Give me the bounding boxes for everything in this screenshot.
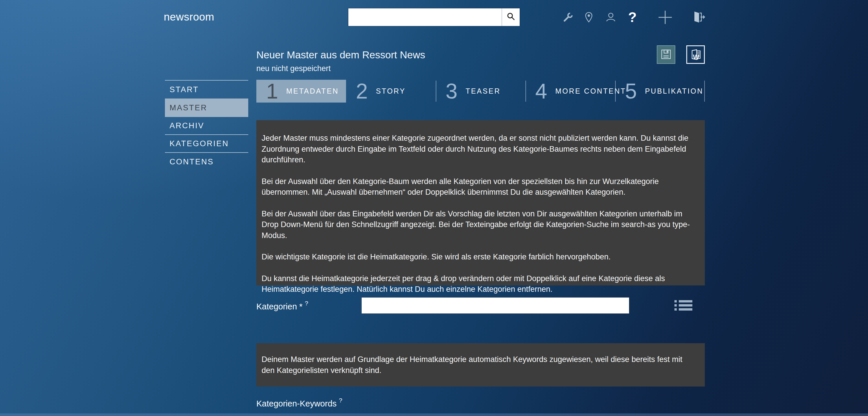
header-icon-bar: ? (562, 6, 706, 28)
sidebar-item-label: ARCHIV (169, 121, 204, 130)
tab-divider (704, 80, 705, 102)
step-number: 5 (625, 80, 637, 103)
search-icon (506, 12, 516, 23)
step-number: 4 (535, 80, 547, 103)
logout-icon[interactable] (691, 10, 706, 25)
step-number: 3 (445, 80, 458, 103)
step-label: STORY (376, 87, 406, 95)
kategorien-label-text: Kategorien (256, 302, 297, 311)
keywords-note-box: Deinem Master werden auf Grundlage der H… (256, 343, 705, 386)
add-icon[interactable] (657, 9, 673, 25)
sidebar-item-contens[interactable]: CONTENS (165, 153, 248, 171)
category-tree-button[interactable] (675, 300, 692, 311)
tab-story[interactable]: 2 STORY (346, 80, 436, 103)
sidebar-item-master[interactable]: MASTER (165, 99, 248, 117)
list-icon (675, 304, 692, 307)
tab-divider (615, 80, 616, 102)
search-input[interactable] (348, 8, 502, 26)
help-paragraph: Du kannst die Heimatkategorie jederzeit … (261, 273, 695, 295)
help-paragraph: Die wichtigste Kategorie ist die Heimatk… (261, 252, 695, 263)
user-icon[interactable] (605, 11, 617, 23)
tab-more-content[interactable]: 4 MORE CONTENT (525, 80, 615, 103)
step-label: METADATEN (286, 87, 339, 95)
tab-publikation[interactable]: 5 PUBLIKATION (615, 80, 705, 103)
search-bar (348, 8, 520, 26)
sidebar-nav: START MASTER ARCHIV KATEGORIEN CONTENS (165, 80, 248, 171)
floppy-disk-icon (660, 48, 673, 62)
kategorien-keywords-label: Kategorien-Keywords? (256, 397, 342, 409)
step-label: TEASER (466, 87, 500, 95)
newsroom-app: newsroom (0, 0, 868, 416)
app-logo[interactable]: newsroom (164, 11, 214, 23)
location-pin-icon[interactable] (583, 11, 595, 24)
help-paragraph: Jeder Master muss mindestens einer Kateg… (261, 133, 695, 166)
help-paragraph: Bei der Auswahl über den Kategorie-Baum … (261, 176, 695, 198)
tab-divider (525, 80, 526, 102)
kategorien-help-icon[interactable]: ? (305, 300, 308, 307)
save-status-text: neu nicht gespeichert (256, 64, 331, 73)
keywords-note-text: Deinem Master werden auf Grundlage der H… (261, 354, 695, 376)
step-number: 2 (356, 80, 368, 103)
category-help-box: Jeder Master muss mindestens einer Kateg… (256, 120, 705, 285)
kategorien-field-label: Kategorien*? (256, 300, 308, 311)
step-tabs: 1 METADATEN 2 STORY 3 TEASER 4 MORE CONT… (256, 80, 705, 103)
search-button[interactable] (502, 8, 520, 26)
sidebar-item-label: CONTENS (169, 158, 214, 166)
sidebar-item-archiv[interactable]: ARCHIV (165, 117, 248, 135)
tab-divider (436, 80, 436, 102)
page-title: Neuer Master aus dem Ressort News (256, 49, 425, 61)
kategorien-input[interactable] (361, 297, 629, 314)
word-export-button[interactable]: W (686, 45, 705, 64)
list-icon (675, 308, 692, 311)
help-icon[interactable]: ? (628, 10, 637, 24)
kategorien-keywords-label-text: Kategorien-Keywords (256, 399, 337, 408)
save-button[interactable] (657, 45, 675, 64)
tab-metadaten[interactable]: 1 METADATEN (256, 80, 346, 103)
sidebar-item-label: MASTER (169, 103, 208, 112)
list-icon (675, 300, 692, 303)
help-paragraph: Bei der Auswahl über das Eingabefeld wer… (261, 209, 695, 241)
sidebar-item-start[interactable]: START (165, 80, 248, 99)
sidebar-item-label: KATEGORIEN (169, 139, 229, 148)
word-document-icon: W (689, 48, 702, 61)
tab-teaser[interactable]: 3 TEASER (436, 80, 525, 103)
settings-wrench-icon[interactable] (562, 11, 574, 23)
keywords-help-icon[interactable]: ? (339, 397, 342, 404)
step-label: PUBLIKATION (645, 87, 703, 95)
sidebar-item-label: START (169, 85, 199, 94)
required-marker: * (299, 302, 302, 311)
sidebar-item-kategorien[interactable]: KATEGORIEN (165, 135, 248, 153)
step-number: 1 (266, 80, 278, 103)
